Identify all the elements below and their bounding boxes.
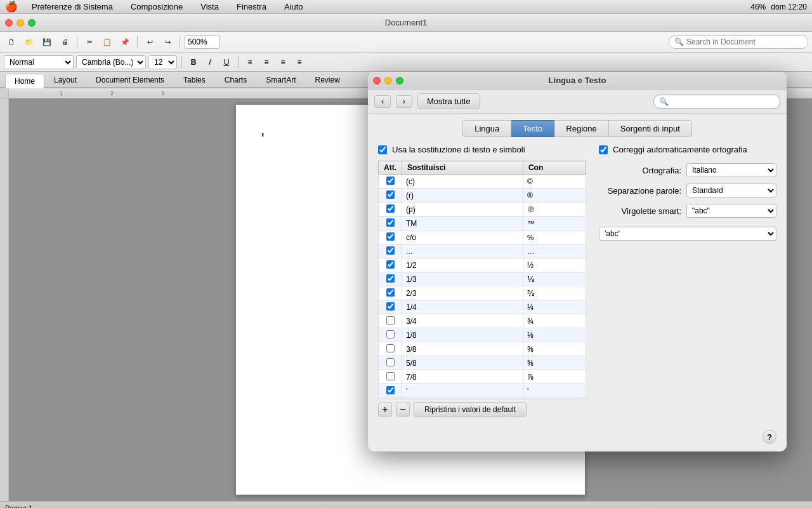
- cut-button[interactable]: ✂: [82, 34, 97, 50]
- con-cell: ⅝: [523, 356, 586, 370]
- align-justify-button[interactable]: ≡: [292, 55, 306, 69]
- use-substitution-checkbox[interactable]: [378, 145, 387, 154]
- dialog-min-button[interactable]: [384, 77, 392, 84]
- checkbox-cell: [379, 314, 402, 328]
- sostituisci-cell: TM: [402, 217, 523, 231]
- use-substitution-row: Usa la sostituzione di testo e simboli: [378, 145, 586, 154]
- tab-smartart[interactable]: SmartArt: [256, 72, 305, 87]
- apple-menu[interactable]: 🍎: [5, 1, 18, 13]
- search-box[interactable]: 🔍: [669, 35, 808, 49]
- font-select[interactable]: Cambria (Bo...): [76, 55, 146, 69]
- forward-button[interactable]: ›: [396, 95, 412, 108]
- table-row: 3/4¾: [379, 314, 586, 328]
- auto-correct-checkbox[interactable]: [599, 145, 608, 154]
- tab-testo[interactable]: Testo: [511, 120, 554, 137]
- back-button[interactable]: ‹: [374, 95, 391, 108]
- underline-button[interactable]: U: [219, 55, 233, 69]
- save-button[interactable]: 💾: [39, 34, 55, 50]
- row-checkbox[interactable]: [386, 372, 395, 380]
- new-button[interactable]: 🗋: [4, 34, 19, 50]
- tab-layout[interactable]: Layout: [44, 72, 86, 87]
- row-checkbox[interactable]: [386, 190, 395, 199]
- battery-indicator: 46%: [750, 3, 766, 11]
- remove-row-button[interactable]: −: [396, 403, 410, 417]
- minimize-button[interactable]: [16, 19, 24, 27]
- sep2: [137, 36, 138, 48]
- sep4: [181, 56, 182, 69]
- add-row-button[interactable]: +: [378, 403, 392, 417]
- dialog-max-button[interactable]: [396, 77, 403, 84]
- row-checkbox[interactable]: [386, 218, 395, 227]
- redo-button[interactable]: ↪: [160, 34, 175, 50]
- row-checkbox[interactable]: [386, 246, 395, 255]
- virgolette-single-select[interactable]: 'abc': [599, 227, 776, 241]
- row-checkbox[interactable]: [386, 344, 395, 352]
- table-row: 5/8⅝: [379, 356, 586, 370]
- undo-button[interactable]: ↩: [142, 34, 157, 50]
- row-checkbox[interactable]: [386, 274, 395, 283]
- row-checkbox[interactable]: [386, 302, 395, 311]
- close-button[interactable]: [5, 19, 13, 27]
- tab-sorgenti[interactable]: Sorgenti di input: [609, 120, 692, 137]
- sep1: [77, 36, 77, 48]
- tab-tables[interactable]: Tables: [174, 72, 215, 87]
- row-checkbox[interactable]: [386, 330, 395, 338]
- dialog-navbar: ‹ › Mostra tutte 🔍: [368, 90, 787, 114]
- default-values-button[interactable]: Ripristina i valori de default: [414, 402, 527, 417]
- menu-finestra[interactable]: Finestra: [233, 2, 270, 11]
- dialog-search-box[interactable]: 🔍: [653, 95, 780, 109]
- row-checkbox[interactable]: [386, 386, 395, 394]
- dialog-search-input[interactable]: [671, 97, 775, 106]
- row-checkbox[interactable]: [386, 288, 395, 297]
- row-checkbox[interactable]: [386, 204, 395, 213]
- con-cell: ⅔: [523, 286, 586, 300]
- align-center-button[interactable]: ≡: [259, 55, 273, 69]
- menu-preferenze[interactable]: Preferenze di Sistema: [28, 2, 117, 11]
- checkbox-cell: [379, 272, 402, 286]
- print-button[interactable]: 🖨: [57, 34, 72, 50]
- fontsize-select[interactable]: 12: [148, 55, 177, 69]
- align-right-button[interactable]: ≡: [276, 55, 290, 69]
- checkbox-cell: [379, 203, 402, 217]
- separazione-select[interactable]: Standard: [686, 184, 776, 197]
- row-checkbox[interactable]: [386, 358, 395, 366]
- tab-lingua[interactable]: Lingua: [462, 120, 511, 137]
- table-row: 1/3⅓: [379, 272, 586, 286]
- bold-button[interactable]: B: [187, 55, 200, 69]
- separazione-row: Separazione parole: Standard: [599, 184, 776, 197]
- italic-button[interactable]: I: [203, 55, 217, 69]
- help-button[interactable]: ?: [763, 430, 776, 444]
- style-select[interactable]: Normal: [4, 55, 74, 69]
- align-left-button[interactable]: ≡: [243, 55, 257, 69]
- row-checkbox[interactable]: [386, 232, 395, 241]
- ortografia-label: Ortografia:: [599, 166, 681, 175]
- virgolette-double-select[interactable]: "abc": [686, 204, 776, 218]
- ruler-mark-2: 2: [110, 90, 114, 97]
- tab-document-elements[interactable]: Document Elements: [86, 72, 174, 87]
- ortografia-select[interactable]: Italiano: [686, 163, 776, 177]
- row-checkbox[interactable]: [386, 177, 395, 185]
- dialog-close-button[interactable]: [373, 77, 381, 84]
- copy-button[interactable]: 📋: [100, 34, 115, 50]
- tab-review[interactable]: Review: [305, 72, 349, 87]
- paste-button[interactable]: 📌: [117, 34, 133, 50]
- row-checkbox[interactable]: [386, 260, 395, 269]
- con-cell: ¼: [523, 300, 586, 314]
- checkbox-cell: [379, 258, 402, 272]
- menu-vista[interactable]: Vista: [197, 2, 223, 11]
- con-cell: ©: [523, 175, 586, 189]
- zoom-box[interactable]: 500%: [185, 35, 219, 49]
- tab-regione[interactable]: Regione: [554, 120, 608, 137]
- lingua-testo-dialog[interactable]: Lingua e Testo ‹ › Mostra tutte 🔍 Lingua…: [368, 72, 787, 451]
- menu-composizione[interactable]: Composizione: [127, 2, 187, 11]
- tab-home[interactable]: Home: [5, 74, 44, 88]
- maximize-button[interactable]: [28, 19, 36, 27]
- tab-charts[interactable]: Charts: [215, 72, 256, 87]
- row-checkbox[interactable]: [386, 316, 395, 324]
- checkbox-cell: [379, 175, 402, 189]
- con-cell: ½: [523, 258, 586, 272]
- mostra-tutte-button[interactable]: Mostra tutte: [417, 93, 480, 109]
- menu-aiuto[interactable]: Aiuto: [280, 2, 307, 11]
- search-input[interactable]: [686, 37, 802, 46]
- open-button[interactable]: 📁: [22, 34, 37, 50]
